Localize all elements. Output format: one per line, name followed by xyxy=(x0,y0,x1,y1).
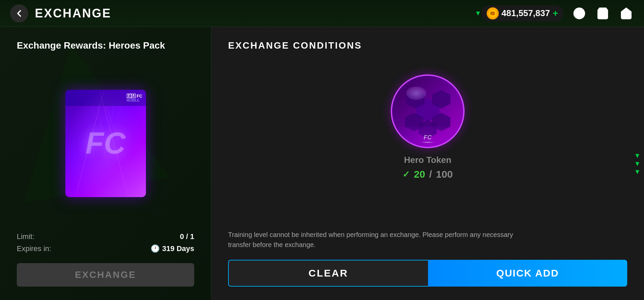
right-panel: EXCHANGE CONDITIONS xyxy=(211,27,644,300)
limit-label: Limit: xyxy=(17,232,35,241)
checkmark-icon: ✓ xyxy=(402,169,410,180)
main-content: Exchange Rewards: Heroes Pack 🄴🄰 FC MOBI… xyxy=(0,27,644,300)
limit-value: 0 / 1 xyxy=(180,232,194,241)
conditions-area: FC Hero Token ✓ 20 / 100 xyxy=(228,61,627,220)
progress-separator: / xyxy=(429,169,432,180)
token-ball: FC xyxy=(391,74,465,148)
arrow-down-2: ▼ xyxy=(634,160,641,167)
limit-row: Limit: 0 / 1 xyxy=(17,232,194,241)
progress-current: 20 xyxy=(414,169,425,180)
page-title: EXCHANGE xyxy=(35,6,471,20)
ball-shine xyxy=(406,86,426,100)
currency-plus-button[interactable]: + xyxy=(553,8,558,19)
arrow-down-3: ▼ xyxy=(634,168,641,175)
bottom-buttons: CLEAR QUICK ADD xyxy=(228,260,627,287)
ball-logo: FC xyxy=(421,134,434,143)
pack-image: 🄴🄰 FC MOBILE FC xyxy=(65,90,146,197)
warning-text: Training level cannot be inherited when … xyxy=(228,230,513,250)
pack-image-container: 🄴🄰 FC MOBILE FC xyxy=(17,61,194,226)
rewards-title: Exchange Rewards: Heroes Pack xyxy=(17,40,194,51)
expires-row: Expires in: 🕐 319 Days xyxy=(17,244,194,253)
currency-icon: FC xyxy=(487,7,499,19)
expires-days: 319 Days xyxy=(162,244,194,253)
quick-add-button[interactable]: QUICK ADD xyxy=(428,260,627,287)
token-ball-outer: FC xyxy=(391,74,465,148)
clear-button[interactable]: CLEAR xyxy=(228,260,428,287)
header-right: FC 481,557,837 + xyxy=(481,5,634,21)
conditions-title: EXCHANGE CONDITIONS xyxy=(228,40,627,51)
currency-display: FC 481,557,837 + xyxy=(481,5,564,21)
back-button[interactable] xyxy=(10,4,28,22)
token-progress: ✓ 20 / 100 xyxy=(402,169,453,180)
left-panel: Exchange Rewards: Heroes Pack 🄴🄰 FC MOBI… xyxy=(0,27,211,300)
target-icon[interactable] xyxy=(572,6,587,21)
header: EXCHANGE ▼ FC 481,557,837 + xyxy=(0,0,644,27)
expires-value: 🕐 319 Days xyxy=(151,244,194,253)
home-icon[interactable] xyxy=(619,6,634,21)
clock-icon: 🕐 xyxy=(151,244,160,253)
arrow-down-1: ▼ xyxy=(634,152,641,159)
token-name: Hero Token xyxy=(404,155,451,165)
cart-icon[interactable] xyxy=(595,6,610,21)
side-arrows: ▼ ▼ ▼ xyxy=(634,152,641,175)
currency-amount: 481,557,837 xyxy=(501,8,550,18)
pack-logo: FC xyxy=(86,123,126,164)
svg-text:FC: FC xyxy=(490,12,495,15)
svg-point-5 xyxy=(578,12,580,14)
dropdown-arrow-icon[interactable]: ▼ xyxy=(475,9,481,17)
expires-label: Expires in: xyxy=(17,244,51,253)
exchange-button[interactable]: EXCHANGE xyxy=(17,263,194,287)
progress-total: 100 xyxy=(436,169,453,180)
pack-logo-text: FC xyxy=(86,126,126,161)
